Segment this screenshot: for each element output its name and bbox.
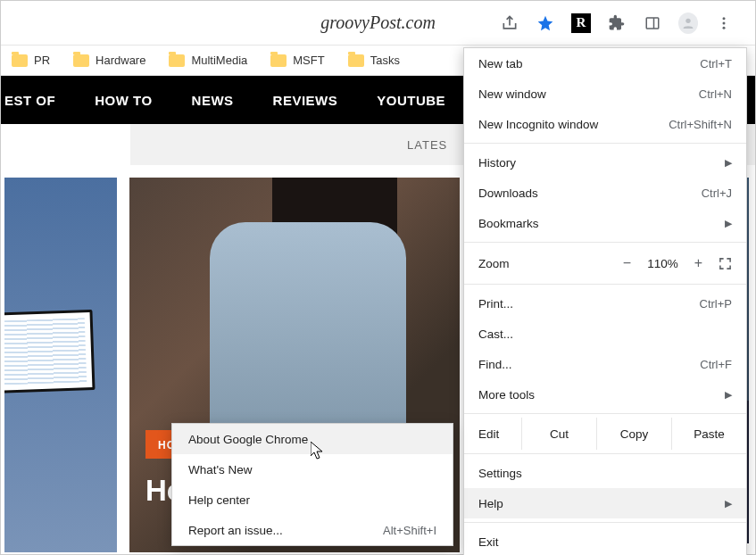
nav-item[interactable]: EST OF [4,93,55,108]
chevron-right-icon: ▶ [725,218,732,229]
submenu-help-center[interactable]: Help center [172,485,453,515]
share-icon[interactable] [500,13,519,33]
menu-edit-row: Edit Cut Copy Paste [464,418,746,450]
bookmark-star-icon[interactable] [536,13,555,33]
folder-icon [12,54,28,67]
bookmark-folder[interactable]: Hardware [73,54,145,67]
bookmark-label: PR [34,54,50,67]
menu-new-window[interactable]: New windowCtrl+N [464,79,746,109]
menu-incognito[interactable]: New Incognito windowCtrl+Shift+N [464,109,746,139]
menu-history[interactable]: History▶ [464,147,746,178]
menu-exit[interactable]: Exit [464,526,746,555]
zoom-out-button[interactable]: − [623,255,631,271]
article-thumb[interactable] [4,178,117,552]
folder-icon [73,54,89,67]
menu-downloads[interactable]: DownloadsCtrl+J [464,178,746,208]
bookmark-label: Hardware [96,54,145,67]
extension-r-icon[interactable]: R [571,13,591,33]
browser-toolbar: groovyPost.com R [1,1,755,46]
folder-icon [169,54,185,67]
folder-icon [348,54,364,67]
bookmark-label: MultiMedia [191,54,247,67]
nav-item[interactable]: HOW TO [95,93,152,108]
panel-icon[interactable] [643,13,662,33]
chrome-main-menu: New tabCtrl+T New windowCtrl+N New Incog… [463,47,747,555]
bookmark-label: Tasks [370,54,400,67]
folder-icon [270,54,287,67]
svg-point-4 [723,21,726,24]
zoom-in-button[interactable]: + [694,255,702,271]
edit-copy[interactable]: Copy [596,418,671,450]
menu-more-tools[interactable]: More tools▶ [464,379,746,410]
profile-avatar-icon[interactable] [678,13,698,33]
cursor-icon [311,442,325,461]
menu-find[interactable]: Find...Ctrl+F [464,349,746,379]
chevron-right-icon: ▶ [725,157,732,169]
svg-rect-0 [646,18,659,29]
edit-cut[interactable]: Cut [521,418,596,450]
fullscreen-icon[interactable] [719,257,732,270]
svg-point-2 [685,18,690,22]
extensions-puzzle-icon[interactable] [607,13,627,33]
submenu-report-issue[interactable]: Report an issue...Alt+Shift+I [172,515,453,545]
svg-point-3 [723,17,726,20]
menu-help[interactable]: Help▶ [464,488,746,518]
latest-label: LATES [407,138,447,152]
menu-cast[interactable]: Cast... [464,319,746,349]
bookmark-folder[interactable]: Tasks [348,54,400,67]
bookmark-folder[interactable]: MultiMedia [169,54,247,67]
chevron-right-icon: ▶ [725,498,732,509]
bookmark-folder[interactable]: PR [12,54,50,67]
svg-point-5 [723,26,726,29]
menu-settings[interactable]: Settings [464,458,746,488]
bookmark-label: MSFT [293,54,324,67]
menu-print[interactable]: Print...Ctrl+P [464,288,746,319]
zoom-value: 110% [647,257,678,270]
nav-item[interactable]: REVIEWS [273,93,338,108]
address-text: groovyPost.com [320,12,436,33]
menu-new-tab[interactable]: New tabCtrl+T [464,48,746,79]
chevron-right-icon: ▶ [725,389,732,401]
nav-item[interactable]: NEWS [192,93,234,108]
kebab-menu-icon[interactable] [714,13,734,33]
menu-bookmarks[interactable]: Bookmarks▶ [464,208,746,238]
edit-paste[interactable]: Paste [671,418,746,450]
bookmark-folder[interactable]: MSFT [270,54,324,67]
nav-item[interactable]: YOUTUBE [377,93,445,108]
menu-zoom: Zoom − 110% + [464,246,746,280]
